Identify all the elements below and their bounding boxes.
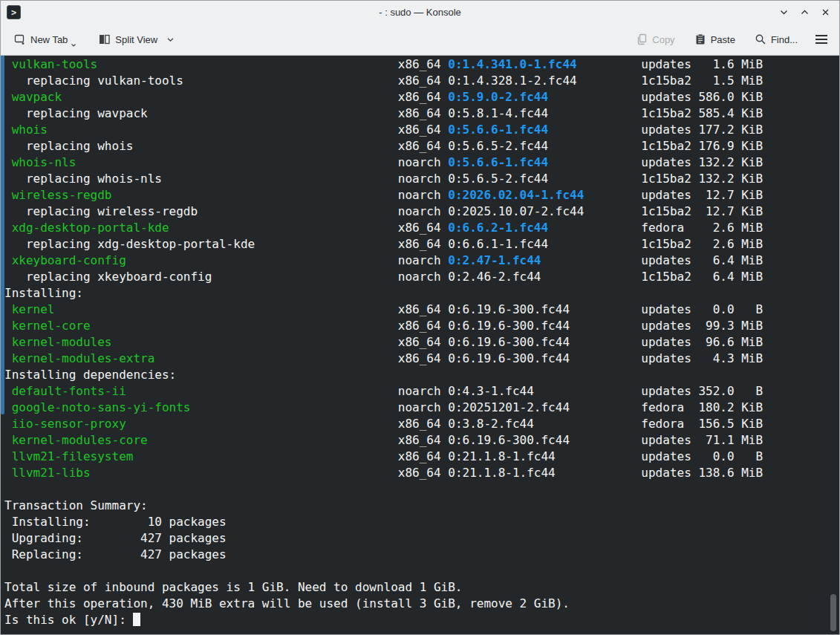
new-tab-button[interactable]: New Tab xyxy=(8,29,82,50)
scroll-position-indicator xyxy=(1,56,4,414)
copy-icon xyxy=(636,33,648,45)
toolbar-right-group: Copy Paste Find... xyxy=(630,29,832,50)
copy-label: Copy xyxy=(652,34,674,45)
window-controls xyxy=(777,6,839,19)
menu-button[interactable] xyxy=(811,30,832,48)
konsole-window: > - : sudo — Konsole xyxy=(0,0,840,635)
split-view-icon xyxy=(99,33,111,45)
maximize-button[interactable] xyxy=(798,6,811,19)
terminal-output: vulkan-tools x86_64 0:1.4.341.0-1.fc44 u… xyxy=(1,56,839,628)
chevron-down-icon xyxy=(779,7,789,17)
paste-icon xyxy=(694,33,706,45)
window-title: - : sudo — Konsole xyxy=(1,7,839,18)
find-label: Find... xyxy=(771,34,798,45)
new-tab-label: New Tab xyxy=(30,34,68,45)
split-view-label: Split View xyxy=(115,34,157,45)
find-button[interactable]: Find... xyxy=(749,29,804,50)
close-icon xyxy=(821,7,830,17)
titlebar[interactable]: > - : sudo — Konsole xyxy=(1,1,839,24)
text-cursor xyxy=(133,613,140,626)
toolbar: New Tab Split View Copy xyxy=(1,24,839,56)
minimize-button[interactable] xyxy=(777,6,790,19)
chevron-up-icon xyxy=(800,7,810,17)
chevron-down-icon xyxy=(166,36,175,44)
search-icon xyxy=(755,33,766,45)
paste-button[interactable]: Paste xyxy=(688,29,741,50)
copy-button[interactable]: Copy xyxy=(630,29,680,50)
scrollbar-thumb[interactable] xyxy=(830,594,836,631)
paste-label: Paste xyxy=(711,34,735,45)
close-button[interactable] xyxy=(818,6,832,19)
hamburger-icon xyxy=(815,35,827,36)
new-tab-icon xyxy=(14,33,26,45)
split-view-button[interactable]: Split View xyxy=(93,29,180,50)
terminal-screen[interactable]: vulkan-tools x86_64 0:1.4.341.0-1.fc44 u… xyxy=(1,56,839,634)
chevron-down-icon xyxy=(71,42,76,48)
